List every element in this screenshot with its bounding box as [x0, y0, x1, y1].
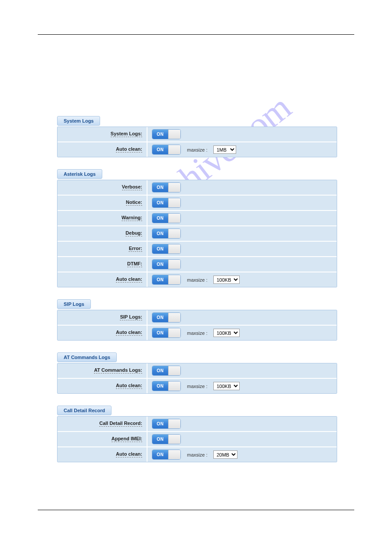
- toggle-error[interactable]: ON: [152, 244, 181, 254]
- label-system-logs: System Logs:: [58, 127, 147, 141]
- label-warning: Warning:: [58, 211, 147, 225]
- select-cdr-maxsize[interactable]: 20MB: [213, 450, 237, 459]
- maxsize-label: maxsize :: [187, 384, 207, 389]
- label-append-imei: Append IMEI:: [58, 432, 147, 446]
- select-at-maxsize[interactable]: 100KB: [213, 382, 240, 390]
- row-sip-auto-clean: Auto clean: ON maxsize : 100KB: [58, 326, 337, 340]
- section-title-system-logs: System Logs: [57, 116, 100, 126]
- label-asterisk-auto-clean: Auto clean:: [58, 272, 147, 287]
- maxsize-label: maxsize :: [187, 147, 207, 152]
- panel-system-logs: System Logs: ON Auto clean: ON maxsize :…: [57, 127, 337, 157]
- toggle-at-auto-clean[interactable]: ON: [152, 381, 181, 391]
- row-append-imei: Append IMEI: ON: [58, 432, 337, 447]
- row-error: Error: ON: [58, 242, 337, 257]
- row-debug: Debug: ON: [58, 226, 337, 242]
- toggle-debug[interactable]: ON: [152, 229, 181, 239]
- label-error: Error:: [58, 242, 147, 256]
- panel-asterisk-logs: Verbose: ON Notice: ON Warning: ON Debug…: [57, 180, 337, 287]
- label-at-commands-logs: AT Commands Logs:: [58, 363, 147, 378]
- label-dtmf: DTMF:: [58, 257, 147, 272]
- label-verbose: Verbose:: [58, 180, 147, 195]
- select-sip-maxsize[interactable]: 100KB: [213, 329, 240, 337]
- toggle-verbose[interactable]: ON: [152, 182, 181, 192]
- label-call-detail-record: Call Detail Record:: [58, 417, 147, 431]
- label-at-auto-clean: Auto clean:: [58, 379, 147, 393]
- toggle-sip-auto-clean[interactable]: ON: [152, 328, 181, 338]
- label-debug: Debug:: [58, 226, 147, 241]
- toggle-warning[interactable]: ON: [152, 213, 181, 223]
- row-system-logs: System Logs: ON: [58, 127, 337, 142]
- row-verbose: Verbose: ON: [58, 180, 337, 196]
- row-cdr-auto-clean: Auto clean: ON maxsize : 20MB: [58, 447, 337, 462]
- label-cdr-auto-clean: Auto clean:: [58, 447, 147, 462]
- label-notice: Notice:: [58, 196, 147, 210]
- row-call-detail-record: Call Detail Record: ON: [58, 417, 337, 432]
- row-warning: Warning: ON: [58, 211, 337, 226]
- section-title-call-detail-record: Call Detail Record: [57, 406, 111, 415]
- row-notice: Notice: ON: [58, 196, 337, 211]
- toggle-asterisk-auto-clean[interactable]: ON: [152, 275, 181, 285]
- toggle-call-detail-record[interactable]: ON: [152, 419, 181, 429]
- select-asterisk-maxsize[interactable]: 100KB: [213, 276, 240, 284]
- toggle-at-commands-logs[interactable]: ON: [152, 366, 181, 376]
- panel-sip-logs: SIP Logs: ON Auto clean: ON maxsize : 10…: [57, 310, 337, 341]
- row-dtmf: DTMF: ON: [58, 257, 337, 272]
- row-asterisk-auto-clean: Auto clean: ON maxsize : 100KB: [58, 272, 337, 287]
- section-title-sip-logs: SIP Logs: [57, 299, 91, 309]
- toggle-notice[interactable]: ON: [152, 198, 181, 208]
- toggle-system-logs[interactable]: ON: [152, 129, 181, 139]
- label-system-auto-clean: Auto clean:: [58, 142, 147, 157]
- toggle-append-imei[interactable]: ON: [152, 434, 181, 444]
- toggle-system-auto-clean[interactable]: ON: [152, 145, 181, 155]
- section-title-asterisk-logs: Asterisk Logs: [57, 169, 102, 179]
- label-sip-auto-clean: Auto clean:: [58, 326, 147, 340]
- settings-form: System Logs System Logs: ON Auto clean: …: [57, 116, 337, 462]
- row-system-auto-clean: Auto clean: ON maxsize : 1MB: [58, 142, 337, 157]
- row-at-auto-clean: Auto clean: ON maxsize : 100KB: [58, 379, 337, 393]
- toggle-sip-logs[interactable]: ON: [152, 312, 181, 323]
- toggle-cdr-auto-clean[interactable]: ON: [152, 450, 181, 460]
- select-system-maxsize[interactable]: 1MB: [213, 145, 236, 154]
- top-divider: [38, 34, 354, 35]
- maxsize-label: maxsize :: [187, 452, 207, 457]
- section-title-at-commands-logs: AT Commands Logs: [57, 352, 117, 362]
- panel-call-detail-record: Call Detail Record: ON Append IMEI: ON A…: [57, 416, 337, 462]
- row-at-commands-logs: AT Commands Logs: ON: [58, 363, 337, 379]
- label-sip-logs: SIP Logs:: [58, 310, 147, 325]
- bottom-divider: [38, 510, 354, 510]
- row-sip-logs: SIP Logs: ON: [58, 310, 337, 326]
- maxsize-label: maxsize :: [187, 330, 207, 336]
- panel-at-commands-logs: AT Commands Logs: ON Auto clean: ON maxs…: [57, 363, 337, 394]
- toggle-dtmf[interactable]: ON: [152, 259, 181, 269]
- maxsize-label: maxsize :: [187, 277, 207, 283]
